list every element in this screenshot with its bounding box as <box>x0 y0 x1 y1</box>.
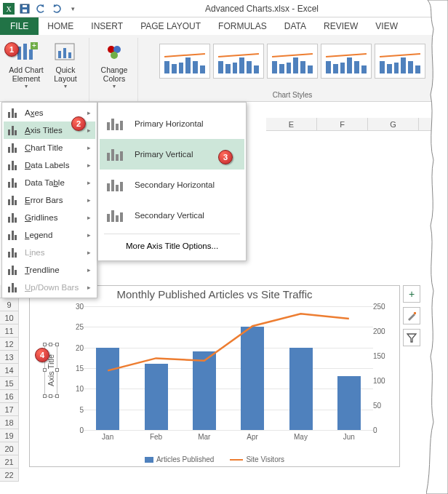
chart-mini-icon <box>8 230 20 240</box>
change-colors-label: Change Colors <box>101 65 128 83</box>
chevron-right-icon: ▸ <box>87 284 91 291</box>
chart-style-thumb[interactable] <box>213 44 264 79</box>
chevron-right-icon: ▸ <box>87 144 91 151</box>
menu-item-data-table[interactable]: Data Table▸ <box>4 174 95 191</box>
submenu-item-secondary-horizontal[interactable]: Secondary Horizontal <box>100 170 244 200</box>
quick-layout-label: Quick Layout <box>54 65 77 83</box>
row-header[interactable]: 20 <box>0 442 19 455</box>
svg-rect-6 <box>23 44 27 60</box>
title-bar: X ▾ Advanced Charts.xlsx - Excel <box>0 0 448 17</box>
row-header[interactable]: 17 <box>0 403 19 416</box>
row-header[interactable]: 16 <box>0 390 19 403</box>
tab-view[interactable]: VIEW <box>367 17 407 35</box>
plot-area[interactable] <box>84 306 373 430</box>
menu-item-gridlines[interactable]: Gridlines▸ <box>4 209 95 226</box>
svg-text:+: + <box>32 41 36 49</box>
tab-home[interactable]: HOME <box>39 17 82 35</box>
chart-style-thumb[interactable] <box>267 44 318 79</box>
column-header[interactable]: F <box>317 118 368 130</box>
embedded-chart[interactable]: Monthly Published Articles vs Site Traff… <box>29 285 400 467</box>
undo-icon[interactable] <box>35 3 47 15</box>
chart-mini-icon <box>8 282 20 292</box>
row-header[interactable]: 10 <box>0 311 19 324</box>
qat-customize-icon[interactable]: ▾ <box>67 3 79 15</box>
x-tick-label: May <box>276 433 324 441</box>
chart-mini-icon <box>8 160 20 170</box>
submenu-item-primary-horizontal[interactable]: Primary Horizontal <box>100 108 244 139</box>
quick-layout-button[interactable]: Quick Layout ▾ <box>47 39 84 89</box>
legend-swatch-bar <box>145 457 153 463</box>
legend-item[interactable]: Articles Published <box>145 455 214 463</box>
chart-styles-button[interactable] <box>403 307 420 324</box>
line-series[interactable] <box>84 306 373 430</box>
menu-item-data-labels[interactable]: Data Labels▸ <box>4 156 95 174</box>
tab-review[interactable]: REVIEW <box>315 17 367 35</box>
row-header[interactable]: 15 <box>0 377 19 390</box>
chevron-down-icon: ▾ <box>64 83 67 89</box>
row-header[interactable]: 21 <box>0 455 19 469</box>
chart-styles-group-label: Chart Styles <box>273 89 312 101</box>
row-header[interactable]: 19 <box>0 429 19 442</box>
chart-style-thumb[interactable] <box>375 44 425 79</box>
x-axis: JanFebMarAprMayJun <box>84 433 373 441</box>
row-header[interactable]: 11 <box>0 324 19 338</box>
chevron-right-icon: ▸ <box>87 179 91 186</box>
x-tick-label: Jun <box>325 433 373 441</box>
chevron-right-icon: ▸ <box>87 231 91 239</box>
svg-rect-4 <box>23 5 27 7</box>
column-header[interactable]: E <box>266 118 317 130</box>
menu-item-lines: Lines▸ <box>4 244 95 261</box>
chevron-right-icon: ▸ <box>87 196 91 204</box>
window-title: Advanced Charts.xlsx - Excel <box>79 4 445 14</box>
callout-3: 3 <box>218 150 233 164</box>
submenu-item-secondary-vertical[interactable]: Secondary Vertical <box>100 200 244 231</box>
row-header[interactable]: 9 <box>0 298 19 311</box>
add-chart-element-label: Add Chart Element <box>9 65 43 83</box>
chevron-down-icon: ▾ <box>25 83 28 89</box>
more-axis-title-options[interactable]: More Axis Title Options... <box>100 237 244 255</box>
axis-title-icon <box>107 178 124 191</box>
chart-legend[interactable]: Articles Published Site Visitors <box>30 455 399 463</box>
menu-item-up-down-bars: Up/Down Bars▸ <box>4 279 95 296</box>
chart-mini-icon <box>8 212 20 223</box>
svg-rect-13 <box>68 52 71 58</box>
svg-rect-7 <box>29 49 33 60</box>
column-header[interactable]: H <box>419 118 448 130</box>
x-tick-label: Apr <box>228 433 276 441</box>
chart-elements-button[interactable]: + <box>403 285 420 303</box>
redo-icon[interactable] <box>51 3 63 15</box>
row-header[interactable]: 18 <box>0 416 19 429</box>
tab-insert[interactable]: INSERT <box>82 17 132 35</box>
chevron-right-icon: ▸ <box>87 214 91 221</box>
menu-item-legend[interactable]: Legend▸ <box>4 226 95 244</box>
svg-text:X: X <box>6 5 12 13</box>
chart-style-thumb[interactable] <box>159 44 210 79</box>
excel-icon: X <box>3 3 15 15</box>
legend-swatch-line <box>230 459 243 461</box>
tab-data[interactable]: DATA <box>276 17 315 35</box>
tab-page-layout[interactable]: PAGE LAYOUT <box>132 17 209 35</box>
legend-item[interactable]: Site Visitors <box>230 455 284 463</box>
menu-item-trendline[interactable]: Trendline▸ <box>4 261 95 279</box>
chart-mini-icon <box>8 247 20 258</box>
chart-style-thumb[interactable] <box>321 44 372 79</box>
column-header[interactable]: G <box>368 118 419 130</box>
chart-mini-icon <box>8 108 20 118</box>
tab-file[interactable]: FILE <box>0 17 39 35</box>
svg-rect-11 <box>58 51 61 58</box>
row-header[interactable]: 22 <box>0 469 19 482</box>
chart-mini-icon <box>8 143 20 153</box>
row-header[interactable]: 14 <box>0 364 19 377</box>
chevron-down-icon: ▾ <box>113 83 116 89</box>
row-header[interactable]: 13 <box>0 351 19 364</box>
change-colors-icon <box>103 41 126 64</box>
menu-item-chart-title[interactable]: Chart Title▸ <box>4 139 95 156</box>
tab-formulas[interactable]: FORMULAS <box>209 17 276 35</box>
svg-rect-17 <box>414 312 416 314</box>
row-header[interactable]: 12 <box>0 338 19 351</box>
chart-styles-gallery[interactable] <box>159 39 425 79</box>
save-icon[interactable] <box>19 3 31 15</box>
chart-filters-button[interactable] <box>403 329 420 346</box>
change-colors-button[interactable]: Change Colors ▾ <box>95 39 133 89</box>
menu-item-error-bars[interactable]: Error Bars▸ <box>4 191 95 209</box>
